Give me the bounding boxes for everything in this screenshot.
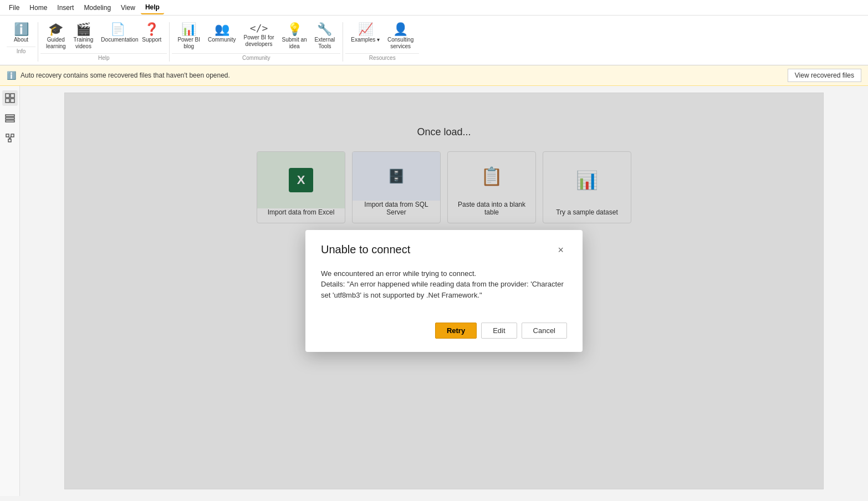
dialog-header: Unable to connect × bbox=[305, 230, 583, 264]
svg-rect-7 bbox=[6, 134, 9, 137]
menu-insert[interactable]: Insert bbox=[53, 2, 78, 14]
community-label: Community bbox=[208, 37, 236, 43]
sidebar-report-view[interactable] bbox=[2, 90, 18, 106]
retry-button[interactable]: Retry bbox=[435, 323, 477, 339]
separator-2 bbox=[169, 22, 170, 62]
svg-rect-6 bbox=[6, 120, 14, 122]
ribbon-group-community: 📊 Power BIblog 👥 Community </> Power BI … bbox=[172, 21, 340, 63]
external-tools-button[interactable]: 🔧 ExternalTools bbox=[312, 21, 339, 52]
resources-group-label: Resources bbox=[345, 53, 419, 63]
svg-rect-9 bbox=[8, 139, 11, 142]
power-bi-blog-label: Power BIblog bbox=[177, 37, 200, 50]
separator-3 bbox=[343, 22, 343, 62]
menu-modeling[interactable]: Modeling bbox=[79, 2, 115, 14]
power-bi-blog-button[interactable]: 📊 Power BIblog bbox=[174, 21, 203, 52]
blog-icon: 📊 bbox=[181, 23, 196, 35]
ribbon-group-resources: 📈 Examples ▾ 👤 Consultingservices Resour… bbox=[345, 21, 419, 63]
sidebar-model-view[interactable] bbox=[2, 130, 18, 146]
idea-icon: 💡 bbox=[287, 23, 302, 35]
svg-rect-4 bbox=[6, 115, 14, 116]
graduation-icon: 🎓 bbox=[48, 23, 63, 35]
examples-button[interactable]: 📈 Examples ▾ bbox=[348, 21, 383, 45]
about-button[interactable]: ℹ️ About bbox=[9, 21, 33, 45]
separator-1 bbox=[38, 22, 38, 62]
documentation-button[interactable]: 📄 Documentation bbox=[98, 21, 137, 45]
training-videos-label: Trainingvideos bbox=[74, 37, 94, 50]
menu-file[interactable]: File bbox=[4, 2, 24, 14]
help-group-label: Help bbox=[40, 53, 167, 63]
svg-rect-3 bbox=[11, 99, 14, 103]
svg-rect-0 bbox=[6, 94, 9, 98]
document-icon: 📄 bbox=[110, 23, 125, 35]
about-label: About bbox=[14, 37, 28, 43]
info-bar-message: Auto recovery contains some recovered fi… bbox=[21, 71, 230, 79]
dialog-title: Unable to connect bbox=[321, 243, 410, 256]
dialog-message: We encountered an error while trying to … bbox=[321, 268, 567, 301]
power-bi-developers-label: Power BI fordevelopers bbox=[244, 34, 274, 48]
community-icon: 👥 bbox=[215, 23, 229, 35]
info-bar: ℹ️ Auto recovery contains some recovered… bbox=[0, 65, 868, 86]
menu-view[interactable]: View bbox=[116, 2, 140, 14]
sidebar-data-view[interactable] bbox=[2, 110, 18, 126]
support-label: Support bbox=[142, 37, 161, 43]
sidebar bbox=[0, 86, 20, 496]
dialog-close-button[interactable]: × bbox=[554, 243, 567, 257]
info-bar-left: ℹ️ Auto recovery contains some recovered… bbox=[7, 71, 230, 80]
ribbon-content: ℹ️ About Info 🎓 Guidedlearning 🎬 Trainin… bbox=[4, 18, 864, 65]
guided-learning-label: Guidedlearning bbox=[46, 37, 66, 50]
ribbon-group-help: 🎓 Guidedlearning 🎬 Trainingvideos 📄 Docu… bbox=[40, 21, 167, 63]
menu-help[interactable]: Help bbox=[141, 1, 164, 14]
menu-bar: File Home Insert Modeling View Help bbox=[0, 0, 868, 16]
power-bi-developers-button[interactable]: </> Power BI fordevelopers bbox=[241, 21, 278, 50]
video-icon: 🎬 bbox=[76, 23, 91, 35]
consulting-services-button[interactable]: 👤 Consultingservices bbox=[384, 21, 417, 52]
canvas-area: Once load... X Import data from Excel 🗄️… bbox=[64, 93, 824, 489]
main-layout: Once load... X Import data from Excel 🗄️… bbox=[0, 86, 868, 496]
consulting-services-label: Consultingservices bbox=[387, 37, 413, 50]
ribbon: ℹ️ About Info 🎓 Guidedlearning 🎬 Trainin… bbox=[0, 16, 868, 65]
info-icon: ℹ️ bbox=[14, 23, 29, 35]
code-icon: </> bbox=[250, 23, 268, 33]
consulting-icon: 👤 bbox=[393, 23, 408, 35]
examples-icon: 📈 bbox=[358, 23, 373, 35]
question-icon: ❓ bbox=[144, 23, 159, 35]
menu-home[interactable]: Home bbox=[25, 2, 52, 14]
info-group-label: Info bbox=[7, 47, 35, 56]
dialog-body: We encountered an error while trying to … bbox=[305, 264, 583, 314]
documentation-label: Documentation bbox=[101, 37, 134, 43]
svg-rect-1 bbox=[11, 94, 14, 98]
svg-rect-5 bbox=[6, 117, 14, 119]
community-button[interactable]: 👥 Community bbox=[205, 21, 239, 45]
edit-button[interactable]: Edit bbox=[481, 323, 517, 339]
svg-rect-2 bbox=[6, 99, 9, 103]
training-videos-button[interactable]: 🎬 Trainingvideos bbox=[70, 21, 97, 52]
content-area: Once load... X Import data from Excel 🗄️… bbox=[20, 86, 868, 496]
community-group-label: Community bbox=[172, 53, 340, 63]
view-recovered-button[interactable]: View recovered files bbox=[788, 69, 861, 82]
tools-icon: 🔧 bbox=[317, 23, 332, 35]
examples-label: Examples ▾ bbox=[351, 37, 380, 43]
submit-idea-label: Submit anidea bbox=[282, 37, 307, 50]
cancel-button[interactable]: Cancel bbox=[522, 323, 567, 339]
unable-to-connect-dialog: Unable to connect × We encountered an er… bbox=[305, 230, 583, 352]
dialog-overlay: Unable to connect × We encountered an er… bbox=[65, 93, 823, 489]
external-tools-label: ExternalTools bbox=[315, 37, 335, 50]
svg-line-11 bbox=[10, 136, 11, 139]
dialog-footer: Retry Edit Cancel bbox=[305, 314, 583, 352]
info-circle-icon: ℹ️ bbox=[7, 71, 16, 80]
svg-rect-8 bbox=[11, 134, 14, 137]
support-button[interactable]: ❓ Support bbox=[139, 21, 165, 45]
guided-learning-button[interactable]: 🎓 Guidedlearning bbox=[43, 21, 69, 52]
ribbon-group-info: ℹ️ About Info bbox=[7, 21, 35, 56]
submit-idea-button[interactable]: 💡 Submit anidea bbox=[279, 21, 310, 52]
